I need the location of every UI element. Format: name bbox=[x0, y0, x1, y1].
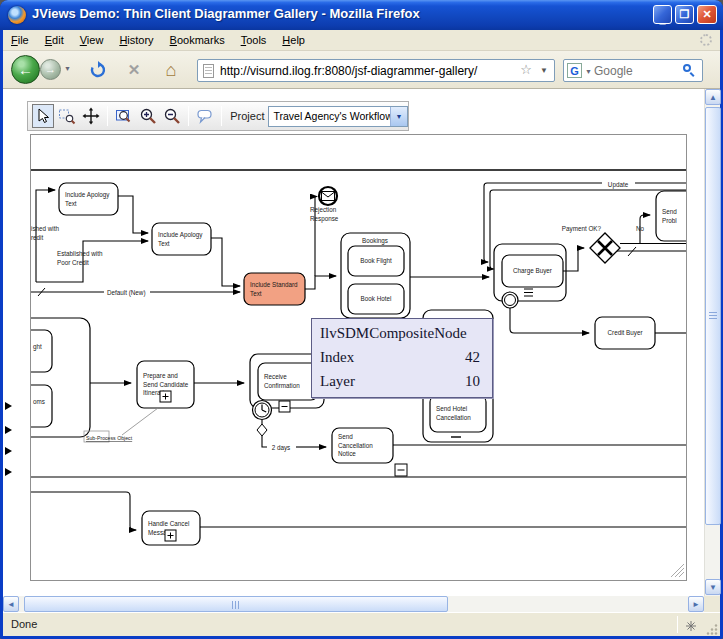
fit-to-contents-button[interactable] bbox=[113, 104, 135, 128]
horizontal-scrollbar[interactable]: ◄ ► bbox=[3, 596, 704, 612]
window-title: JViews Demo: Thin Client Diagrammer Gall… bbox=[32, 6, 420, 21]
menu-bookmarks[interactable]: Bookmarks bbox=[162, 32, 233, 48]
node-label-include-apology-1: Include Apology bbox=[65, 191, 110, 199]
search-bar[interactable]: G ▼ bbox=[563, 59, 703, 82]
search-icon[interactable] bbox=[683, 64, 696, 77]
tooltip-row-value: 42 bbox=[465, 349, 480, 366]
tooltip-title: IlvSDMCompositeNode bbox=[312, 319, 492, 342]
maximize-button[interactable]: ❐ bbox=[675, 5, 694, 24]
scroll-left-icon[interactable]: ◄ bbox=[3, 596, 19, 612]
extension-icon[interactable] bbox=[685, 618, 697, 636]
pan-tool-button[interactable] bbox=[80, 104, 102, 128]
project-select-value: Travel Agency's Workflow bbox=[273, 110, 392, 122]
edge bbox=[31, 492, 136, 530]
diagram-label: Default (New) bbox=[107, 289, 146, 297]
node-label-send-hotel-cancellation: Send Hotel bbox=[436, 405, 467, 412]
vertical-scroll-thumb[interactable] bbox=[705, 107, 721, 525]
select-tool-button[interactable] bbox=[32, 104, 54, 128]
zoom-select-tool-button[interactable] bbox=[56, 104, 78, 128]
edge-overflow-arrow bbox=[5, 468, 12, 476]
diagrammer-toolbar: Project Travel Agency's Workflow ▼ bbox=[27, 101, 409, 131]
vertical-scrollbar[interactable]: ▲ ▼ bbox=[704, 89, 720, 596]
home-button[interactable]: ⌂ bbox=[160, 59, 182, 81]
edge bbox=[118, 196, 148, 233]
node-label-send-hotel-cancellation: Cancellation bbox=[436, 414, 471, 421]
menu-file[interactable]: File bbox=[3, 32, 37, 48]
search-input[interactable] bbox=[594, 61, 680, 80]
node-label-send-problem: Send bbox=[662, 208, 677, 215]
statusbar-separator bbox=[677, 616, 678, 633]
diagram-label: 2 days bbox=[272, 444, 291, 452]
node-label-send-cancellation-notice: Notice bbox=[338, 450, 356, 457]
diagram-label: Rejection bbox=[310, 206, 337, 214]
fit-view-icon bbox=[115, 107, 133, 125]
url-bar[interactable]: ☆ ▼ bbox=[197, 59, 555, 82]
node-label-book-flight: Book Flight bbox=[360, 257, 392, 265]
node-label-send-problem: Probl bbox=[662, 217, 677, 224]
title-bar[interactable]: JViews Demo: Thin Client Diagrammer Gall… bbox=[0, 0, 723, 30]
timer-link-diamond[interactable] bbox=[257, 424, 267, 436]
node-left-rooms[interactable] bbox=[31, 385, 52, 427]
stop-button[interactable]: ✕ bbox=[123, 59, 145, 81]
edge bbox=[305, 276, 336, 289]
throbber-icon bbox=[700, 34, 712, 46]
tooltip-row-label: Index bbox=[320, 349, 354, 366]
zoom-out-icon bbox=[163, 107, 181, 125]
menu-help[interactable]: Help bbox=[274, 32, 313, 48]
menu-edit[interactable]: Edit bbox=[37, 32, 72, 48]
menu-view[interactable]: View bbox=[72, 32, 112, 48]
menu-bar: File Edit View History Bookmarks Tools H… bbox=[3, 30, 720, 51]
google-logo-icon[interactable]: G bbox=[567, 63, 582, 78]
edge bbox=[510, 308, 589, 333]
resize-grip[interactable] bbox=[706, 622, 719, 639]
node-label-include-apology-2: Include Apology bbox=[158, 231, 203, 239]
diagram-label: Payment OK? bbox=[562, 225, 602, 233]
close-button[interactable]: ✕ bbox=[697, 5, 717, 24]
zoom-in-button[interactable] bbox=[137, 104, 159, 128]
diagram-label: ght bbox=[33, 343, 42, 351]
url-dropdown-icon[interactable]: ▼ bbox=[540, 66, 548, 75]
minimize-button[interactable]: _ bbox=[653, 5, 672, 24]
scroll-down-icon[interactable]: ▼ bbox=[705, 579, 721, 595]
menu-tools[interactable]: Tools bbox=[233, 32, 275, 48]
node-label-send-cancellation-notice: Send bbox=[338, 433, 353, 440]
bookmark-star-icon[interactable]: ☆ bbox=[520, 62, 532, 77]
zoom-out-button[interactable] bbox=[161, 104, 183, 128]
edge-overflow-arrow bbox=[5, 402, 12, 410]
toolbar-separator bbox=[107, 106, 108, 126]
edge bbox=[262, 436, 267, 447]
tooltip-row-label: Layer bbox=[320, 373, 355, 390]
edge-overflow-arrow bbox=[5, 447, 12, 455]
project-label: Project bbox=[230, 110, 264, 122]
node-label-include-apology-1: Text bbox=[65, 200, 77, 207]
horizontal-scroll-thumb[interactable] bbox=[24, 596, 448, 612]
scrollbar-corner bbox=[704, 596, 720, 612]
search-engine-dropdown-icon[interactable]: ▼ bbox=[585, 68, 592, 75]
history-dropdown-icon[interactable]: ▼ bbox=[64, 65, 71, 72]
navigation-toolbar: ← → ▼ ✕ ⌂ ☆ ▼ G ▼ bbox=[3, 51, 720, 89]
back-button[interactable]: ← bbox=[11, 55, 40, 84]
marquee-zoom-icon bbox=[58, 107, 76, 125]
status-text: Done bbox=[11, 618, 37, 630]
node-label-credit-buyer: Credit Buyer bbox=[608, 329, 643, 337]
scroll-up-icon[interactable]: ▲ bbox=[705, 89, 721, 105]
scroll-right-icon[interactable]: ► bbox=[688, 596, 704, 612]
edge bbox=[122, 408, 158, 435]
firefox-icon bbox=[8, 6, 26, 24]
diagram-label: redit bbox=[31, 234, 43, 241]
status-bar: Done bbox=[3, 612, 720, 636]
diagram-label: No bbox=[636, 225, 645, 232]
node-label-send-cancellation-notice: Cancellation bbox=[338, 442, 373, 449]
zoom-in-icon bbox=[139, 107, 157, 125]
tooltip-mode-button[interactable] bbox=[194, 104, 216, 128]
menu-history[interactable]: History bbox=[111, 32, 161, 48]
node-left-flight[interactable] bbox=[31, 330, 52, 372]
reload-button[interactable] bbox=[87, 59, 109, 81]
forward-button[interactable]: → bbox=[40, 59, 61, 80]
project-select[interactable]: Travel Agency's Workflow ▼ bbox=[268, 106, 408, 127]
envelope-icon bbox=[322, 192, 335, 201]
node-label-prepare-itineraries: Prepare and bbox=[143, 372, 178, 380]
chevron-down-icon[interactable]: ▼ bbox=[390, 107, 407, 126]
node-label-handle-cancel-message: Handle Cancel bbox=[148, 520, 189, 527]
url-input[interactable] bbox=[220, 61, 510, 80]
